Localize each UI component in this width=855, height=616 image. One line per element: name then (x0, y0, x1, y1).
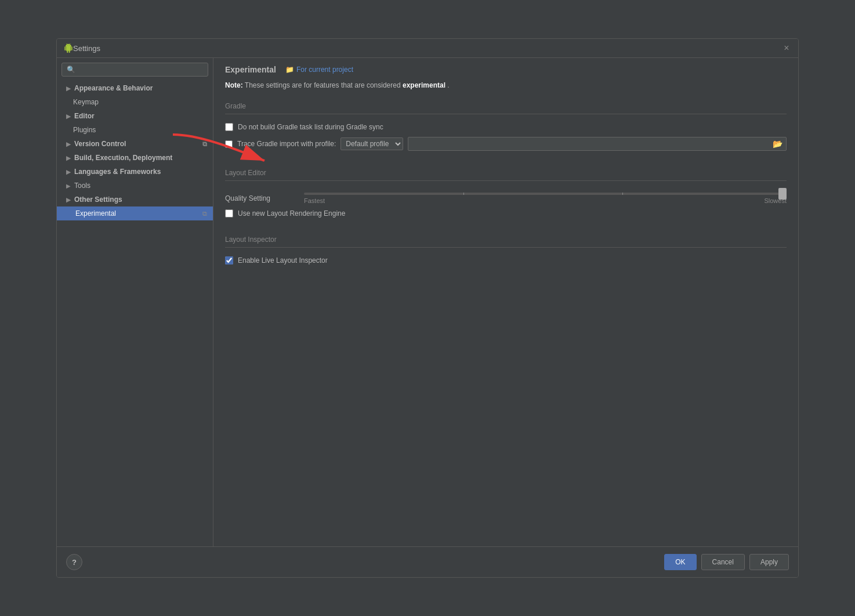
content-title: Experimental (225, 65, 276, 74)
chevron-right-icon: ▶ (66, 85, 71, 92)
dialog-body: 🔍 ▶ Appearance & Behavior Keymap ▶ Edito… (57, 58, 798, 546)
note-text: These settings are for features that are… (245, 81, 403, 89)
sidebar-item-experimental[interactable]: Experimental ⧉ (57, 206, 213, 220)
content-header: Experimental 📁 For current project (213, 58, 798, 79)
chevron-right-icon: ▶ (66, 155, 71, 161)
dialog-footer: ? OK Cancel Apply (57, 546, 798, 577)
sidebar-item-label: Build, Execution, Deployment (74, 154, 172, 162)
gradle-section-header: Gradle (225, 96, 787, 114)
layout-editor-section-header: Layout Editor (225, 163, 787, 181)
slider-tick-1 (463, 193, 464, 195)
ok-button[interactable]: OK (664, 554, 696, 570)
chevron-right-icon: ▶ (66, 183, 71, 189)
help-button[interactable]: ? (66, 554, 82, 570)
title-bar: Settings × (57, 39, 798, 58)
enable-live-layout-label: Enable Live Layout Inspector (238, 256, 328, 264)
sidebar-item-keymap[interactable]: Keymap (57, 95, 213, 109)
quality-slider-track (304, 193, 787, 195)
sidebar-item-label: Experimental (75, 209, 116, 218)
no-gradle-task-label: Do not build Gradle task list during Gra… (238, 123, 383, 131)
sidebar-item-build-execution-deployment[interactable]: ▶ Build, Execution, Deployment (57, 151, 213, 165)
note-bar: Note: These settings are for features th… (213, 79, 798, 96)
folder-icon: 📂 (773, 139, 782, 148)
sidebar-item-label: Editor (74, 112, 95, 120)
sidebar-item-tools[interactable]: ▶ Tools (57, 179, 213, 193)
trace-profile-select[interactable]: Default profile Custom profile (340, 137, 403, 150)
sidebar-item-label: Keymap (73, 98, 99, 106)
sidebar-item-label: Tools (74, 182, 90, 190)
slider-tick-2 (622, 193, 623, 195)
settings-dialog: Settings × 🔍 ▶ Appearance & Behavior Key… (56, 38, 799, 578)
apply-button[interactable]: Apply (749, 554, 789, 570)
note-prefix: Note: (225, 81, 243, 89)
copy-icon: ⧉ (202, 210, 207, 218)
dialog-title: Settings (73, 44, 782, 53)
cancel-button[interactable]: Cancel (701, 554, 745, 570)
slider-labels: Fastest Slowest (304, 197, 787, 204)
trace-path-field[interactable]: 📂 (408, 137, 787, 151)
chevron-right-icon: ▶ (66, 169, 71, 175)
sidebar-item-version-control[interactable]: ▶ Version Control ⧉ (57, 137, 213, 151)
trace-gradle-label: Trace Gradle import with profile: (237, 140, 336, 148)
quality-slider-container: Fastest Slowest (304, 193, 787, 204)
chevron-right-icon: ▶ (66, 197, 71, 203)
sidebar-item-appearance-behavior[interactable]: ▶ Appearance & Behavior (57, 81, 213, 95)
sidebar-item-other-settings[interactable]: ▶ Other Settings (57, 193, 213, 206)
new-layout-rendering-label: Use new Layout Rendering Engine (238, 209, 345, 218)
trace-gradle-checkbox[interactable] (225, 140, 233, 148)
note-bold: experimental (403, 81, 445, 89)
new-layout-rendering-row: Use new Layout Rendering Engine (225, 206, 787, 220)
for-project-link[interactable]: 📁 For current project (285, 66, 353, 74)
quality-slider-thumb[interactable] (778, 188, 787, 200)
search-input[interactable] (78, 66, 203, 74)
chevron-right-icon: ▶ (66, 141, 71, 147)
for-project-label: For current project (296, 66, 353, 74)
enable-live-layout-row: Enable Live Layout Inspector (225, 253, 787, 267)
close-button[interactable]: × (782, 44, 791, 53)
project-icon: 📁 (285, 66, 294, 74)
chevron-right-icon: ▶ (66, 113, 71, 119)
sidebar-item-label: Appearance & Behavior (74, 84, 153, 92)
main-content: Experimental 📁 For current project Note:… (213, 58, 798, 546)
sidebar-item-languages-frameworks[interactable]: ▶ Languages & Frameworks (57, 165, 213, 179)
quality-setting-label: Quality Setting (225, 194, 295, 202)
sidebar-item-label: Languages & Frameworks (74, 168, 161, 176)
enable-live-layout-checkbox[interactable] (225, 256, 233, 264)
copy-icon: ⧉ (202, 140, 207, 148)
no-gradle-task-row: Do not build Gradle task list during Gra… (225, 120, 787, 134)
slider-min-label: Fastest (304, 197, 325, 204)
sidebar-item-label: Plugins (73, 126, 96, 134)
sidebar: 🔍 ▶ Appearance & Behavior Keymap ▶ Edito… (57, 58, 213, 546)
search-box[interactable]: 🔍 (61, 63, 208, 77)
search-icon: 🔍 (67, 66, 75, 74)
sidebar-item-label: Version Control (74, 140, 126, 148)
android-icon (64, 44, 73, 53)
layout-inspector-section-header: Layout Inspector (225, 230, 787, 248)
trace-gradle-row: Trace Gradle import with profile: Defaul… (225, 134, 787, 154)
quality-setting-row: Quality Setting Fastest Slowest (225, 187, 787, 206)
content-scroll: Gradle Do not build Gradle task list dur… (213, 96, 798, 546)
sidebar-item-label: Other Settings (74, 195, 122, 204)
sidebar-item-plugins[interactable]: Plugins (57, 123, 213, 137)
no-gradle-task-checkbox[interactable] (225, 123, 233, 131)
sidebar-item-editor[interactable]: ▶ Editor (57, 109, 213, 123)
new-layout-rendering-checkbox[interactable] (225, 209, 233, 218)
note-suffix: . (447, 81, 449, 89)
